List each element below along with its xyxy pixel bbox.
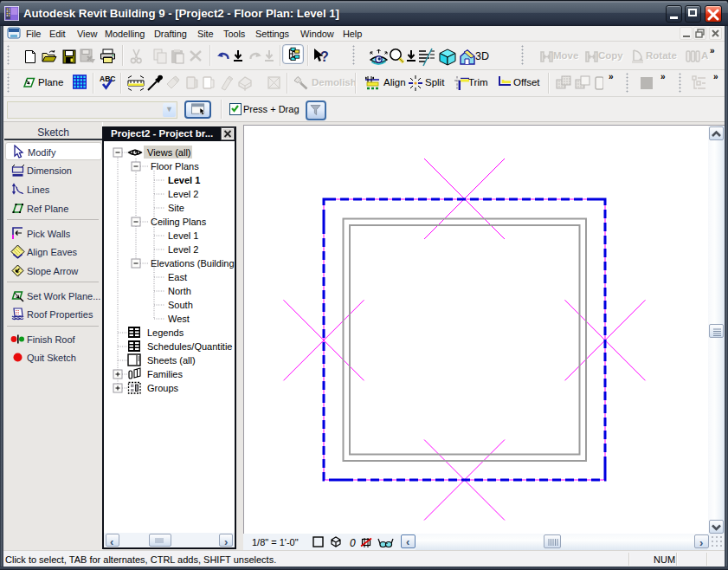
svg-text:Legends: Legends — [147, 327, 184, 338]
svg-text:West: West — [168, 314, 190, 324]
svg-text:East: East — [168, 272, 187, 282]
svg-text:Elevations (Building: Elevations (Building — [151, 258, 235, 269]
svg-text:South: South — [168, 300, 193, 310]
svg-text:Ceiling Plans: Ceiling Plans — [151, 217, 207, 227]
svg-text:Level 2: Level 2 — [168, 189, 198, 199]
svg-text:Schedules/Quantitie: Schedules/Quantitie — [147, 341, 232, 352]
svg-text:Sheets (all): Sheets (all) — [147, 355, 196, 366]
svg-text:North: North — [168, 286, 191, 296]
svg-text:Site: Site — [168, 203, 184, 213]
svg-text:Level 2: Level 2 — [168, 244, 198, 255]
svg-text:0: 0 — [350, 537, 356, 548]
svg-text:Level 1: Level 1 — [168, 175, 200, 185]
svg-text:Groups: Groups — [147, 383, 179, 393]
svg-text:Views (all): Views (all) — [147, 147, 191, 158]
svg-text:?: ? — [320, 49, 329, 64]
svg-text:Level 1: Level 1 — [168, 230, 198, 241]
svg-text:Families: Families — [147, 369, 183, 379]
svg-text:Floor Plans: Floor Plans — [151, 161, 199, 172]
svg-text:ABC: ABC — [100, 74, 115, 83]
